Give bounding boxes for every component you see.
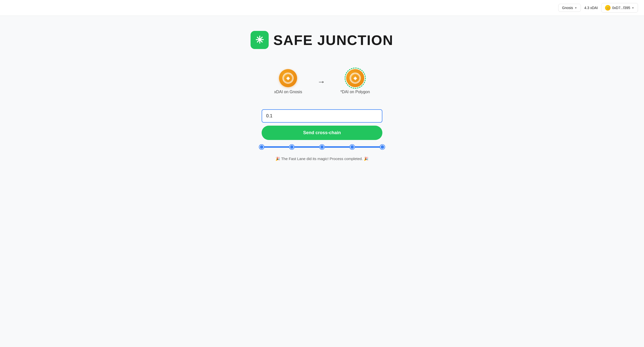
asterisk-icon: ✳ <box>255 34 264 46</box>
from-token-label: xDAI on Gnosis <box>274 90 302 94</box>
send-button-label: Send cross-chain <box>303 130 341 135</box>
slider-dot-100[interactable] <box>380 145 385 149</box>
bridge-arrow-icon: → <box>317 77 325 86</box>
network-label: Gnosis <box>562 6 573 10</box>
send-button[interactable]: Send cross-chain <box>262 126 382 140</box>
app-title: SAFE JUNCTION <box>273 32 393 48</box>
to-token: ◈ *DAI on Polygon <box>340 69 370 94</box>
amount-input-wrapper <box>262 109 382 123</box>
slider-track-container <box>262 144 382 150</box>
wallet-icon: 😊 <box>605 5 611 11</box>
svg-text:◈: ◈ <box>286 76 290 81</box>
from-token-icon: ◈ <box>279 69 297 87</box>
from-token-symbol: ◈ <box>283 73 294 84</box>
to-token-symbol: ◈ <box>350 73 361 84</box>
wallet-selector[interactable]: 😊 0xD7...f395 ▼ <box>601 3 638 13</box>
slider-dot-0[interactable] <box>259 145 264 149</box>
slider-dot-75[interactable] <box>350 145 354 149</box>
wallet-chevron-icon: ▼ <box>632 7 634 9</box>
xdai-coin-svg: ◈ <box>284 74 293 83</box>
balance-display: 4.3 xDAI <box>583 4 599 12</box>
slider-dot-25[interactable] <box>290 145 294 149</box>
network-chevron-icon: ▼ <box>575 7 577 9</box>
amount-input[interactable] <box>262 109 382 123</box>
input-section: Send cross-chain 🎉 The Fast Lane did its… <box>262 109 382 161</box>
to-token-label: *DAI on Polygon <box>340 90 370 94</box>
slider-dot-50[interactable] <box>320 145 324 149</box>
dai-coin-svg: ◈ <box>351 74 360 83</box>
logo-icon: ✳ <box>251 31 269 49</box>
to-token-icon: ◈ <box>346 69 364 87</box>
main-content: ✳ SAFE JUNCTION ◈ xDAI on Gnosis → <box>0 16 644 171</box>
logo-section: ✳ SAFE JUNCTION <box>251 31 393 49</box>
network-selector[interactable]: Gnosis ▼ <box>558 4 581 12</box>
svg-text:◈: ◈ <box>353 76 357 81</box>
bridge-section: ◈ xDAI on Gnosis → ◈ *DAI on Polygon <box>274 69 370 94</box>
wallet-address: 0xD7...f395 <box>612 6 630 10</box>
from-token: ◈ xDAI on Gnosis <box>274 69 302 94</box>
slider-section <box>262 144 382 152</box>
status-message: 🎉 The Fast Lane did its magic! Process c… <box>262 157 382 161</box>
header: Gnosis ▼ 4.3 xDAI 😊 0xD7...f395 ▼ <box>0 0 644 16</box>
